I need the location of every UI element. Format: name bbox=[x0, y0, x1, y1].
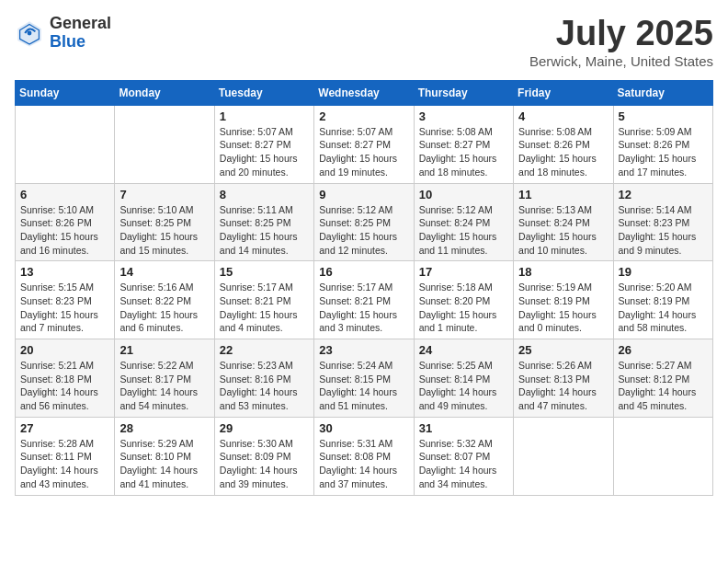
day-number: 19 bbox=[619, 265, 708, 279]
day-number: 11 bbox=[518, 188, 608, 201]
day-number: 29 bbox=[220, 421, 309, 435]
weekday-header: Wednesday bbox=[314, 80, 414, 105]
day-info: Sunrise: 5:32 AM Sunset: 8:07 PM Dayligh… bbox=[419, 437, 508, 491]
day-number: 8 bbox=[220, 188, 309, 201]
logo-icon bbox=[15, 18, 44, 48]
calendar-cell: 7Sunrise: 5:10 AM Sunset: 8:25 PM Daylig… bbox=[115, 183, 214, 261]
calendar-cell: 15Sunrise: 5:17 AM Sunset: 8:21 PM Dayli… bbox=[214, 261, 313, 339]
day-info: Sunrise: 5:10 AM Sunset: 8:26 PM Dayligh… bbox=[20, 203, 109, 258]
calendar-cell: 3Sunrise: 5:08 AM Sunset: 8:27 PM Daylig… bbox=[414, 105, 513, 183]
weekday-header: Tuesday bbox=[214, 80, 313, 105]
calendar-cell: 20Sunrise: 5:21 AM Sunset: 8:18 PM Dayli… bbox=[16, 339, 115, 418]
day-number: 3 bbox=[419, 109, 508, 123]
calendar-week-row: 27Sunrise: 5:28 AM Sunset: 8:11 PM Dayli… bbox=[16, 417, 713, 495]
calendar-cell: 26Sunrise: 5:27 AM Sunset: 8:12 PM Dayli… bbox=[613, 339, 712, 418]
day-number: 17 bbox=[419, 265, 508, 279]
calendar-cell: 9Sunrise: 5:12 AM Sunset: 8:25 PM Daylig… bbox=[314, 183, 414, 261]
logo: General Blue bbox=[15, 15, 111, 52]
day-info: Sunrise: 5:17 AM Sunset: 8:21 PM Dayligh… bbox=[220, 281, 309, 335]
calendar-cell: 1Sunrise: 5:07 AM Sunset: 8:27 PM Daylig… bbox=[214, 105, 313, 183]
calendar-cell bbox=[16, 105, 115, 183]
day-info: Sunrise: 5:08 AM Sunset: 8:27 PM Dayligh… bbox=[419, 125, 508, 179]
day-info: Sunrise: 5:27 AM Sunset: 8:12 PM Dayligh… bbox=[619, 359, 708, 413]
calendar-week-row: 6Sunrise: 5:10 AM Sunset: 8:26 PM Daylig… bbox=[16, 183, 713, 261]
day-info: Sunrise: 5:07 AM Sunset: 8:27 PM Dayligh… bbox=[319, 125, 408, 179]
day-number: 15 bbox=[220, 265, 309, 279]
day-info: Sunrise: 5:13 AM Sunset: 8:24 PM Dayligh… bbox=[518, 203, 608, 258]
calendar-cell bbox=[115, 105, 214, 183]
calendar-cell: 21Sunrise: 5:22 AM Sunset: 8:17 PM Dayli… bbox=[115, 339, 214, 418]
day-info: Sunrise: 5:18 AM Sunset: 8:20 PM Dayligh… bbox=[419, 281, 508, 335]
calendar-cell: 12Sunrise: 5:14 AM Sunset: 8:23 PM Dayli… bbox=[613, 183, 712, 261]
weekday-header: Friday bbox=[514, 80, 613, 105]
logo-text: General Blue bbox=[50, 15, 111, 52]
calendar-cell: 4Sunrise: 5:08 AM Sunset: 8:26 PM Daylig… bbox=[514, 105, 613, 183]
calendar-cell: 18Sunrise: 5:19 AM Sunset: 8:19 PM Dayli… bbox=[514, 261, 613, 339]
calendar-cell bbox=[514, 417, 613, 495]
day-number: 22 bbox=[220, 343, 309, 357]
day-info: Sunrise: 5:21 AM Sunset: 8:18 PM Dayligh… bbox=[20, 359, 109, 413]
day-info: Sunrise: 5:11 AM Sunset: 8:25 PM Dayligh… bbox=[220, 203, 309, 258]
calendar-week-row: 13Sunrise: 5:15 AM Sunset: 8:23 PM Dayli… bbox=[16, 261, 713, 339]
logo-general-text: General bbox=[50, 15, 111, 33]
page-subtitle: Berwick, Maine, United States bbox=[529, 53, 713, 69]
calendar-cell: 17Sunrise: 5:18 AM Sunset: 8:20 PM Dayli… bbox=[414, 261, 513, 339]
day-info: Sunrise: 5:17 AM Sunset: 8:21 PM Dayligh… bbox=[319, 281, 408, 335]
day-number: 23 bbox=[319, 343, 408, 357]
calendar-cell bbox=[613, 417, 712, 495]
day-info: Sunrise: 5:19 AM Sunset: 8:19 PM Dayligh… bbox=[518, 281, 608, 335]
calendar-cell: 19Sunrise: 5:20 AM Sunset: 8:19 PM Dayli… bbox=[613, 261, 712, 339]
day-info: Sunrise: 5:30 AM Sunset: 8:09 PM Dayligh… bbox=[220, 437, 309, 491]
day-info: Sunrise: 5:08 AM Sunset: 8:26 PM Dayligh… bbox=[518, 125, 608, 179]
day-number: 31 bbox=[419, 421, 508, 435]
calendar-cell: 2Sunrise: 5:07 AM Sunset: 8:27 PM Daylig… bbox=[314, 105, 414, 183]
calendar-cell: 22Sunrise: 5:23 AM Sunset: 8:16 PM Dayli… bbox=[214, 339, 313, 418]
calendar-week-row: 1Sunrise: 5:07 AM Sunset: 8:27 PM Daylig… bbox=[16, 105, 713, 183]
svg-point-2 bbox=[28, 30, 32, 35]
calendar-cell: 14Sunrise: 5:16 AM Sunset: 8:22 PM Dayli… bbox=[115, 261, 214, 339]
day-number: 12 bbox=[619, 188, 708, 201]
calendar-body: 1Sunrise: 5:07 AM Sunset: 8:27 PM Daylig… bbox=[16, 105, 713, 495]
day-number: 18 bbox=[518, 265, 608, 279]
day-number: 14 bbox=[119, 265, 209, 279]
day-number: 5 bbox=[619, 109, 708, 123]
calendar-cell: 8Sunrise: 5:11 AM Sunset: 8:25 PM Daylig… bbox=[214, 183, 313, 261]
day-info: Sunrise: 5:23 AM Sunset: 8:16 PM Dayligh… bbox=[220, 359, 309, 413]
calendar-cell: 28Sunrise: 5:29 AM Sunset: 8:10 PM Dayli… bbox=[115, 417, 214, 495]
day-number: 28 bbox=[119, 421, 209, 435]
calendar-week-row: 20Sunrise: 5:21 AM Sunset: 8:18 PM Dayli… bbox=[16, 339, 713, 418]
calendar-cell: 30Sunrise: 5:31 AM Sunset: 8:08 PM Dayli… bbox=[314, 417, 414, 495]
day-number: 16 bbox=[319, 265, 408, 279]
day-number: 13 bbox=[20, 265, 109, 279]
day-info: Sunrise: 5:12 AM Sunset: 8:25 PM Dayligh… bbox=[319, 203, 408, 258]
day-number: 10 bbox=[419, 188, 508, 201]
day-info: Sunrise: 5:22 AM Sunset: 8:17 PM Dayligh… bbox=[119, 359, 209, 413]
calendar-cell: 31Sunrise: 5:32 AM Sunset: 8:07 PM Dayli… bbox=[414, 417, 513, 495]
day-info: Sunrise: 5:16 AM Sunset: 8:22 PM Dayligh… bbox=[119, 281, 209, 335]
day-number: 30 bbox=[319, 421, 408, 435]
day-info: Sunrise: 5:15 AM Sunset: 8:23 PM Dayligh… bbox=[20, 281, 109, 335]
day-number: 4 bbox=[518, 109, 608, 123]
day-info: Sunrise: 5:20 AM Sunset: 8:19 PM Dayligh… bbox=[619, 281, 708, 335]
day-number: 27 bbox=[20, 421, 109, 435]
calendar-cell: 25Sunrise: 5:26 AM Sunset: 8:13 PM Dayli… bbox=[514, 339, 613, 418]
calendar-table: SundayMondayTuesdayWednesdayThursdayFrid… bbox=[15, 80, 713, 496]
calendar-cell: 10Sunrise: 5:12 AM Sunset: 8:24 PM Dayli… bbox=[414, 183, 513, 261]
day-info: Sunrise: 5:28 AM Sunset: 8:11 PM Dayligh… bbox=[20, 437, 109, 491]
weekday-header: Monday bbox=[115, 80, 214, 105]
day-info: Sunrise: 5:25 AM Sunset: 8:14 PM Dayligh… bbox=[419, 359, 508, 413]
day-number: 9 bbox=[319, 188, 408, 201]
weekday-header-row: SundayMondayTuesdayWednesdayThursdayFrid… bbox=[16, 80, 713, 105]
calendar-cell: 27Sunrise: 5:28 AM Sunset: 8:11 PM Dayli… bbox=[16, 417, 115, 495]
day-info: Sunrise: 5:29 AM Sunset: 8:10 PM Dayligh… bbox=[119, 437, 209, 491]
day-info: Sunrise: 5:26 AM Sunset: 8:13 PM Dayligh… bbox=[518, 359, 608, 413]
page-title: July 2025 bbox=[529, 15, 713, 53]
calendar-cell: 6Sunrise: 5:10 AM Sunset: 8:26 PM Daylig… bbox=[16, 183, 115, 261]
day-number: 7 bbox=[119, 188, 209, 201]
page-header: General Blue July 2025 Berwick, Maine, U… bbox=[15, 15, 713, 69]
weekday-header: Saturday bbox=[613, 80, 712, 105]
title-block: July 2025 Berwick, Maine, United States bbox=[529, 15, 713, 69]
day-number: 26 bbox=[619, 343, 708, 357]
day-number: 6 bbox=[20, 188, 109, 201]
day-number: 24 bbox=[419, 343, 508, 357]
